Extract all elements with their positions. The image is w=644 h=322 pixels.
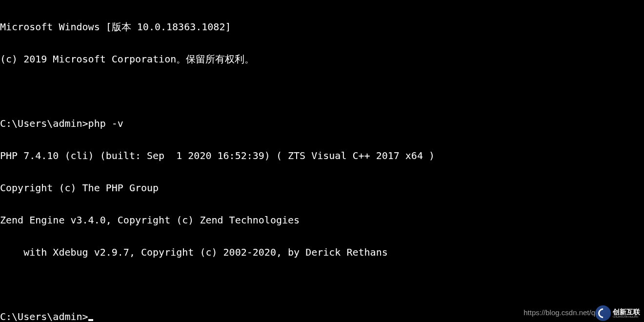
terminal-window[interactable]: Microsoft Windows [版本 10.0.18363.1082] (… <box>0 0 644 322</box>
logo-circle-icon <box>595 305 611 321</box>
prompt-text: C:\Users\admin> <box>0 311 88 322</box>
terminal-line: C:\Users\admin>php -v <box>0 118 644 129</box>
terminal-line <box>0 279 644 290</box>
terminal-line: PHP 7.4.10 (cli) (built: Sep 1 2020 16:5… <box>0 150 644 161</box>
logo-text-sub: CHUANGXIN HULIAN <box>613 315 640 318</box>
logo-text-main: 创新互联 <box>613 308 640 315</box>
terminal-line: with Xdebug v2.9.7, Copyright (c) 2002-2… <box>0 247 644 258</box>
watermark-logo: 创新互联 CHUANGXIN HULIAN <box>595 304 644 322</box>
terminal-line: (c) 2019 Microsoft Corporation。保留所有权利。 <box>0 54 644 64</box>
terminal-line <box>0 86 644 97</box>
logo-text: 创新互联 CHUANGXIN HULIAN <box>613 308 640 318</box>
terminal-line: Microsoft Windows [版本 10.0.18363.1082] <box>0 21 644 32</box>
cursor-icon <box>88 319 93 321</box>
terminal-line: Zend Engine v3.4.0, Copyright (c) Zend T… <box>0 215 644 225</box>
watermark-url: https://blog.csdn.net/q <box>523 307 595 318</box>
terminal-line: Copyright (c) The PHP Group <box>0 182 644 193</box>
